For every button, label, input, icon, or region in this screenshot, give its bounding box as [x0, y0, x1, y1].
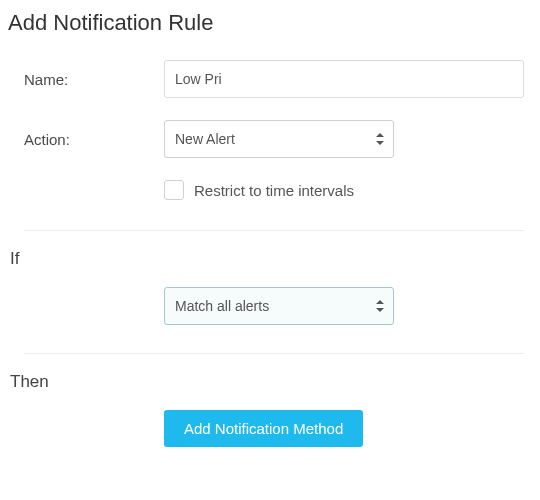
action-select[interactable]: New Alert	[164, 120, 394, 158]
action-label: Action:	[24, 131, 164, 148]
restrict-label: Restrict to time intervals	[194, 182, 354, 199]
if-condition-select[interactable]: Match all alerts	[164, 287, 394, 325]
chevron-updown-icon	[376, 300, 384, 312]
then-heading: Then	[10, 372, 524, 392]
page-title: Add Notification Rule	[8, 10, 524, 36]
if-heading: If	[10, 249, 524, 269]
chevron-updown-icon	[376, 133, 384, 145]
if-condition-value: Match all alerts	[175, 298, 269, 314]
restrict-checkbox[interactable]	[164, 180, 184, 200]
section-divider	[24, 353, 524, 354]
name-label: Name:	[24, 71, 164, 88]
add-notification-method-button[interactable]: Add Notification Method	[164, 410, 363, 447]
action-row: Action: New Alert	[4, 120, 524, 158]
action-select-value: New Alert	[175, 131, 235, 147]
restrict-row: Restrict to time intervals	[164, 180, 524, 200]
name-input[interactable]	[164, 60, 524, 98]
name-row: Name:	[4, 60, 524, 98]
section-divider	[24, 230, 524, 231]
